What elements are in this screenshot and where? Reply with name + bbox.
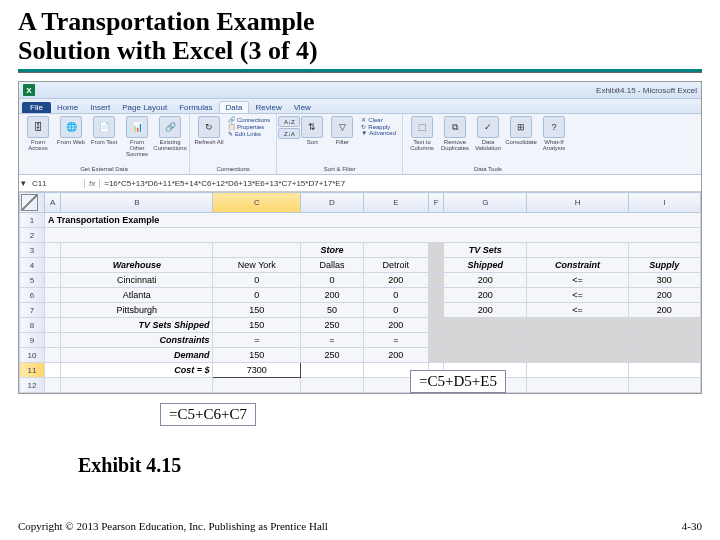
ribbon-group-connections: ↻Refresh All 🔗Connections 📋Properties ✎E… [190,114,277,174]
advanced-filter[interactable]: ▼Advanced [359,130,398,136]
edit-links-link[interactable]: ✎Edit Links [226,130,272,137]
database-icon: 🗄 [27,116,49,138]
ribbon: 🗄From Access 🌐From Web 📄From Text 📊From … [19,114,701,175]
refresh-icon: ↻ [198,116,220,138]
data-validation-button[interactable]: ✓Data Validation [473,116,503,151]
tab-insert[interactable]: Insert [84,102,116,113]
row-3: 3StoreTV Sets [20,243,701,258]
row-9: 9Constraints=== [20,333,701,348]
col-G[interactable]: G [444,193,527,213]
reapply-icon: ↻ [361,123,366,130]
funnel-icon: ▽ [331,116,353,138]
select-all-corner[interactable] [20,193,45,213]
callout-c8-formula: =C5+C6+C7 [160,403,256,426]
col-A[interactable]: A [45,193,61,213]
row-1: 1A Transportation Example [20,213,701,228]
page-number: 4-30 [682,520,702,532]
reapply-filter[interactable]: ↻Reapply [359,123,398,130]
tab-formulas[interactable]: Formulas [173,102,218,113]
from-other-button[interactable]: 📊From Other Sources [122,116,152,157]
col-E[interactable]: E [363,193,428,213]
clear-filter[interactable]: ✕Clear [359,116,398,123]
row-5: 5Cincinnati00200200<=300 [20,273,701,288]
sort-az-button[interactable]: A↓ZZ↓A [281,116,297,145]
excel-titlebar: X Exhibit4.15 - Microsoft Excel [19,82,701,99]
from-access-button[interactable]: 🗄From Access [23,116,53,157]
formula-bar: ▾ C11 fx =16*C5+13*D6+11*E5+14*C6+12*D6+… [19,175,701,192]
advanced-icon: ▼ [361,130,367,136]
link-icon: 🔗 [228,116,235,123]
row-11: 11Cost = $7300 [20,363,701,378]
cell-G3[interactable]: TV Sets [444,243,527,258]
tab-view[interactable]: View [288,102,317,113]
paste-chip: ▾ [19,178,28,188]
title-divider [18,69,702,73]
fx-icon[interactable]: fx [85,179,100,188]
cell-C11-selected[interactable]: 7300 [213,363,301,378]
col-F[interactable]: F [429,193,444,213]
tab-home[interactable]: Home [51,102,84,113]
cell-D3[interactable]: Store [301,243,363,258]
ribbon-group-external-data: 🗄From Access 🌐From Web 📄From Text 📊From … [19,114,190,174]
whatif-button[interactable]: ?What-If Analysis [539,116,569,151]
excel-window: X Exhibit4.15 - Microsoft Excel File Hom… [18,81,702,394]
properties-icon: 📋 [228,123,235,130]
col-B[interactable]: B [61,193,213,213]
window-title: Exhibit4.15 - Microsoft Excel [596,86,697,95]
sort-button[interactable]: ⇅Sort [297,116,327,145]
row-6: 6Atlanta02000200<=200 [20,288,701,303]
ribbon-group-data-tools: ⬚Text to Columns ⧉Remove Duplicates ✓Dat… [403,114,573,174]
col-I[interactable]: I [628,193,700,213]
tab-data[interactable]: Data [219,101,250,113]
spreadsheet-grid[interactable]: A B C D E F G H I 1A Transportation Exam… [19,192,701,393]
copyright-text: Copyright © 2013 Pearson Education, Inc.… [18,520,328,532]
formula-input[interactable]: =16*C5+13*D6+11*E5+14*C6+12*D6+13*E6+13*… [100,179,701,188]
text-to-columns-button[interactable]: ⬚Text to Columns [407,116,437,151]
col-H[interactable]: H [527,193,628,213]
connections-link[interactable]: 🔗Connections [226,116,272,123]
from-web-button[interactable]: 🌐From Web [56,116,86,157]
col-D[interactable]: D [301,193,363,213]
slide-title: A Transportation Example Solution with E… [18,8,702,65]
tab-review[interactable]: Review [249,102,287,113]
from-text-button[interactable]: 📄From Text [89,116,119,157]
filter-button[interactable]: ▽Filter [327,116,357,145]
validation-icon: ✓ [477,116,499,138]
column-headers: A B C D E F G H I [20,193,701,213]
row-2: 2 [20,228,701,243]
row-10: 10Demand150250200 [20,348,701,363]
ribbon-tabs: File Home Insert Page Layout Formulas Da… [19,99,701,114]
whatif-icon: ? [543,116,565,138]
columns-icon: ⬚ [411,116,433,138]
duplicates-icon: ⧉ [444,116,466,138]
slide-footer: Copyright © 2013 Pearson Education, Inc.… [18,520,702,532]
row-12: 12 [20,378,701,393]
row-7: 7Pittsburgh150500200<=200 [20,303,701,318]
excel-logo-icon: X [23,84,35,96]
consolidate-button[interactable]: ⊞Consolidate [506,116,536,151]
remove-duplicates-button[interactable]: ⧉Remove Duplicates [440,116,470,151]
sort-icon: ⇅ [301,116,323,138]
existing-conn-button[interactable]: 🔗Existing Connections [155,116,185,157]
sources-icon: 📊 [126,116,148,138]
clear-icon: ✕ [361,116,366,123]
row-8: 8TV Sets Shipped150250200 [20,318,701,333]
callout-g5-formula: =C5+D5+E5 [410,370,506,393]
ribbon-group-sort-filter: A↓ZZ↓A ⇅Sort ▽Filter ✕Clear ↻Reapply ▼Ad… [277,114,403,174]
exhibit-label: Exhibit 4.15 [78,454,702,477]
name-box[interactable]: C11 [28,179,85,188]
refresh-all-button[interactable]: ↻Refresh All [194,116,224,145]
connection-icon: 🔗 [159,116,181,138]
consolidate-icon: ⊞ [510,116,532,138]
row-4: 4WarehouseNew YorkDallasDetroitShippedCo… [20,258,701,273]
edit-icon: ✎ [228,130,233,137]
text-file-icon: 📄 [93,116,115,138]
tab-page-layout[interactable]: Page Layout [116,102,173,113]
cell-A1[interactable]: A Transportation Example [45,213,701,228]
globe-icon: 🌐 [60,116,82,138]
properties-link[interactable]: 📋Properties [226,123,272,130]
tab-file[interactable]: File [22,102,51,113]
col-C[interactable]: C [213,193,301,213]
